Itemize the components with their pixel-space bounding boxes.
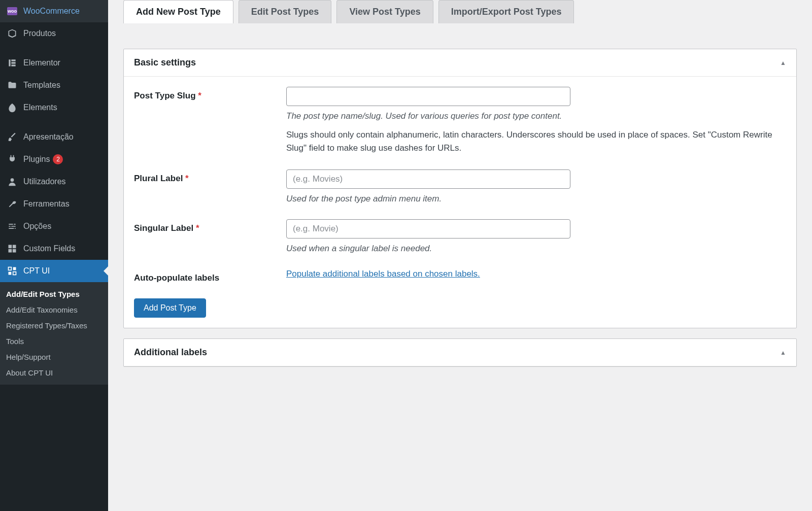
field-control: Populate additional labels based on chos… <box>286 269 786 279</box>
sidebar-item-label: Elementor <box>23 58 60 67</box>
singular-label-input[interactable] <box>286 219 570 239</box>
field-control: The post type name/slug. Used for variou… <box>286 87 786 154</box>
sidebar-item-label: Custom Fields <box>23 244 75 253</box>
sidebar-submenu: Add/Edit Post Types Add/Edit Taxonomies … <box>0 282 108 385</box>
sidebar-item-label: Plugins <box>23 155 50 164</box>
sidebar-item-label: Elements <box>23 103 57 112</box>
sidebar-item-produtos[interactable]: Produtos <box>0 22 108 45</box>
svg-rect-8 <box>13 249 16 253</box>
sidebar-sub-add-edit-taxonomies[interactable]: Add/Edit Taxonomies <box>0 302 108 318</box>
wrench-icon <box>6 198 18 210</box>
svg-rect-1 <box>11 59 15 61</box>
admin-sidebar: woo WooCommerce Produtos Elementor Templ… <box>0 0 108 511</box>
field-plural-label: Plural Label * Used for the post type ad… <box>134 169 786 204</box>
field-label: Auto-populate labels <box>134 269 271 283</box>
svg-rect-6 <box>13 245 16 249</box>
field-auto-populate: Auto-populate labels Populate additional… <box>134 269 786 283</box>
woocommerce-icon: woo <box>6 5 18 17</box>
box-icon <box>6 27 18 40</box>
tab-import-export-post-types[interactable]: Import/Export Post Types <box>438 0 574 23</box>
folder-icon <box>6 79 18 91</box>
tab-bar: Add New Post Type Edit Post Types View P… <box>108 0 812 23</box>
sidebar-item-ferramentas[interactable]: Ferramentas <box>0 193 108 215</box>
tab-view-post-types[interactable]: View Post Types <box>336 0 433 23</box>
panel-body: Post Type Slug * The post type name/slug… <box>124 77 796 328</box>
svg-rect-12 <box>13 272 16 275</box>
sidebar-sub-tools[interactable]: Tools <box>0 333 108 349</box>
sidebar-sub-add-edit-post-types[interactable]: Add/Edit Post Types <box>0 286 108 302</box>
sidebar-sub-registered-types-taxes[interactable]: Registered Types/Taxes <box>0 318 108 333</box>
add-post-type-button[interactable]: Add Post Type <box>134 298 206 318</box>
sidebar-item-label: CPT UI <box>23 266 50 276</box>
panel-basic-settings: Basic settings ▲ Post Type Slug * The po… <box>123 49 797 328</box>
plugins-update-badge: 2 <box>53 154 63 164</box>
panel-title: Additional labels <box>134 347 207 358</box>
sidebar-item-woocommerce[interactable]: woo WooCommerce <box>0 0 108 22</box>
sliders-icon <box>6 220 18 232</box>
sidebar-item-label: WooCommerce <box>23 7 80 16</box>
post-type-slug-input[interactable] <box>286 87 570 106</box>
chevron-up-icon: ▲ <box>780 349 786 356</box>
field-control: Used when a singular label is needed. <box>286 219 786 254</box>
field-label: Singular Label * <box>134 219 271 233</box>
field-singular-label: Singular Label * Used when a singular la… <box>134 219 786 254</box>
chevron-up-icon: ▲ <box>780 59 786 66</box>
panel-additional-labels-header[interactable]: Additional labels ▲ <box>124 339 796 366</box>
field-description: Slugs should only contain alphanumeric, … <box>286 128 786 154</box>
field-post-type-slug: Post Type Slug * The post type name/slug… <box>134 87 786 154</box>
user-icon <box>6 176 18 188</box>
required-indicator: * <box>185 174 189 183</box>
grid-icon <box>6 243 18 255</box>
required-indicator: * <box>196 223 199 233</box>
svg-rect-3 <box>11 64 15 66</box>
svg-rect-9 <box>9 267 12 270</box>
sidebar-sub-about-cpt-ui[interactable]: About CPT UI <box>0 365 108 381</box>
leaf-icon <box>6 101 18 114</box>
field-help: Used for the post type admin menu item. <box>286 194 786 204</box>
svg-rect-0 <box>9 59 10 66</box>
sidebar-item-elementor[interactable]: Elementor <box>0 52 108 74</box>
sidebar-item-utilizadores[interactable]: Utilizadores <box>0 171 108 193</box>
sidebar-item-apresentacao[interactable]: Apresentação <box>0 126 108 148</box>
sidebar-item-label: Ferramentas <box>23 199 70 209</box>
svg-rect-11 <box>9 272 12 275</box>
required-indicator: * <box>198 91 201 100</box>
plug-icon <box>6 153 18 165</box>
tab-edit-post-types[interactable]: Edit Post Types <box>239 0 332 23</box>
field-label: Post Type Slug * <box>134 87 271 101</box>
panel-basic-settings-header[interactable]: Basic settings ▲ <box>124 49 796 77</box>
sidebar-item-opcoes[interactable]: Opções <box>0 215 108 237</box>
sidebar-item-elements[interactable]: Elements <box>0 96 108 119</box>
field-help: Used when a singular label is needed. <box>286 244 786 254</box>
populate-labels-link[interactable]: Populate additional labels based on chos… <box>286 269 480 279</box>
svg-rect-5 <box>9 245 12 249</box>
sidebar-item-cpt-ui[interactable]: CPT UI <box>0 260 108 282</box>
tab-add-new-post-type[interactable]: Add New Post Type <box>123 0 233 23</box>
sidebar-item-label: Apresentação <box>23 132 74 142</box>
sidebar-sub-help-support[interactable]: Help/Support <box>0 349 108 365</box>
sidebar-item-label: Templates <box>23 81 60 90</box>
svg-rect-2 <box>11 62 15 63</box>
sidebar-item-custom-fields[interactable]: Custom Fields <box>0 237 108 260</box>
sidebar-item-templates[interactable]: Templates <box>0 74 108 96</box>
sidebar-item-label: Opções <box>23 222 51 231</box>
cpt-icon <box>6 265 18 277</box>
svg-rect-7 <box>9 249 12 253</box>
plural-label-input[interactable] <box>286 169 570 189</box>
main-content: Add New Post Type Edit Post Types View P… <box>108 0 812 511</box>
panel-title: Basic settings <box>134 57 196 68</box>
field-help: The post type name/slug. Used for variou… <box>286 111 786 121</box>
elementor-icon <box>6 57 18 69</box>
field-control: Used for the post type admin menu item. <box>286 169 786 204</box>
field-label: Plural Label * <box>134 169 271 184</box>
svg-point-4 <box>11 178 14 182</box>
sidebar-item-plugins[interactable]: Plugins 2 <box>0 148 108 171</box>
sidebar-item-label: Utilizadores <box>23 177 66 186</box>
brush-icon <box>6 131 18 143</box>
sidebar-item-label: Produtos <box>23 29 56 38</box>
panel-additional-labels: Additional labels ▲ <box>123 338 797 367</box>
svg-rect-10 <box>13 267 16 270</box>
